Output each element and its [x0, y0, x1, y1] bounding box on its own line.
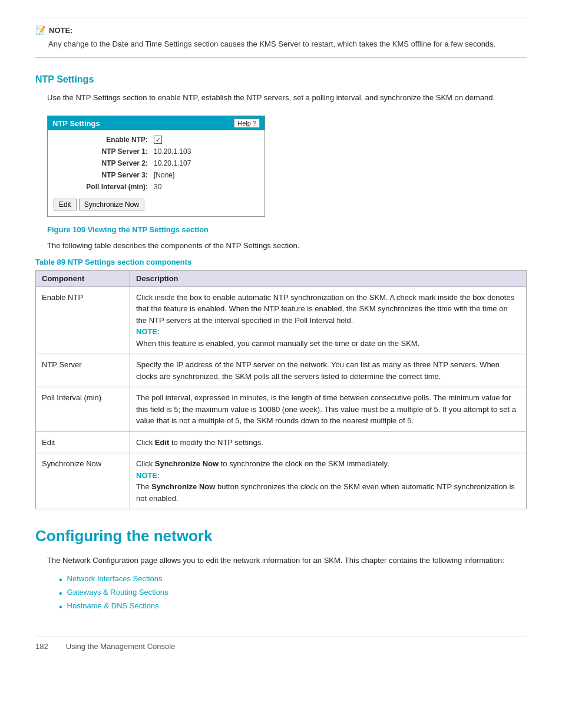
ntp-server3-row: NTP Server 3: [None] — [48, 169, 265, 181]
ntp-server3-label: NTP Server 3: — [54, 171, 148, 179]
ntp-widget-header: NTP Settings Help ? — [48, 116, 265, 130]
col-component: Component — [36, 270, 130, 286]
note-text: Any change to the Date and Time Settings… — [48, 38, 527, 50]
description-cell: Click Synchronize Now to synchronize the… — [130, 453, 527, 509]
ntp-widget-body: Enable NTP: ✓ NTP Server 1: 10.20.1.103 … — [48, 130, 265, 216]
component-cell: Enable NTP — [36, 286, 130, 354]
ntp-widget-title: NTP Settings — [52, 119, 100, 128]
description-cell: Specify the IP address of the NTP server… — [130, 354, 527, 387]
desc-text: Click Edit to modify the NTP settings. — [136, 438, 263, 447]
network-interfaces-link[interactable]: Network Interfaces Sections — [67, 574, 163, 583]
ntp-server2-label: NTP Server 2: — [54, 159, 148, 167]
ntp-poll-label: Poll Interval (min): — [54, 183, 148, 191]
ntp-enable-label: Enable NTP: — [54, 136, 148, 144]
list-item: • Network Interfaces Sections — [59, 574, 527, 585]
ntp-enable-row: Enable NTP: ✓ — [48, 134, 265, 146]
ntp-settings-intro: Use the NTP Settings section to enable N… — [47, 92, 527, 104]
note-label: 📝 NOTE: — [35, 25, 527, 35]
list-item: • Hostname & DNS Sections — [59, 601, 527, 612]
figure-caption: Figure 109 Viewing the NTP Settings sect… — [47, 225, 527, 234]
desc-text: The poll interval, expressed in minutes,… — [136, 393, 516, 425]
ntp-widget-buttons: Edit Synchronize Now — [48, 196, 265, 213]
ntp-server1-label: NTP Server 1: — [54, 147, 148, 156]
footer-text: Using the Management Console — [66, 642, 176, 651]
table-header-row: Component Description — [36, 270, 527, 286]
note-inline-text2: The Synchronize Now button synchronizes … — [136, 482, 515, 503]
table-row: Poll Interval (min) The poll interval, e… — [36, 387, 527, 432]
table-row: Edit Click Edit to modify the NTP settin… — [36, 431, 527, 453]
components-table: Component Description Enable NTP Click i… — [35, 270, 527, 510]
config-network-heading: Configuring the network — [35, 527, 527, 545]
component-cell: Synchronize Now — [36, 453, 130, 509]
desc-text: Specify the IP address of the NTP server… — [136, 360, 500, 381]
bullet-icon: • — [59, 601, 62, 612]
ntp-server1-value: 10.20.1.103 — [154, 147, 191, 156]
description-cell: The poll interval, expressed in minutes,… — [130, 387, 527, 432]
ntp-server2-value: 10.20.1.107 — [154, 159, 191, 167]
ntp-settings-widget: NTP Settings Help ? Enable NTP: ✓ NTP Se… — [47, 116, 265, 217]
ntp-poll-value: 30 — [154, 183, 161, 191]
note-icon: 📝 — [35, 25, 45, 35]
table-row: NTP Server Specify the IP address of the… — [36, 354, 527, 387]
ntp-server1-row: NTP Server 1: 10.20.1.103 — [48, 146, 265, 157]
ntp-enable-checkbox[interactable]: ✓ — [154, 136, 162, 144]
table-row: Synchronize Now Click Synchronize Now to… — [36, 453, 527, 509]
ntp-sync-button[interactable]: Synchronize Now — [79, 199, 144, 210]
hostname-dns-link[interactable]: Hostname & DNS Sections — [67, 601, 159, 610]
note-inline-label: NOTE: — [136, 327, 160, 336]
note-section: 📝 NOTE: Any change to the Date and Time … — [35, 18, 527, 58]
ntp-poll-row: Poll Interval (min): 30 — [48, 181, 265, 193]
ntp-server3-value: [None] — [154, 171, 174, 179]
ntp-settings-heading: NTP Settings — [35, 74, 527, 85]
component-cell: Edit — [36, 431, 130, 453]
table-intro: The following table describes the compon… — [47, 240, 527, 252]
ntp-edit-button[interactable]: Edit — [54, 199, 77, 210]
config-link-list: • Network Interfaces Sections • Gateways… — [59, 574, 527, 613]
desc-text: Click inside the box to enable automatic… — [136, 293, 514, 325]
bold-edit: Edit — [155, 438, 170, 447]
ntp-server2-row: NTP Server 2: 10.20.1.107 — [48, 157, 265, 169]
page-footer: 182 Using the Management Console — [35, 637, 527, 651]
table-row: Enable NTP Click inside the box to enabl… — [36, 286, 527, 354]
component-cell: NTP Server — [36, 354, 130, 387]
desc-text: Click Synchronize Now to synchronize the… — [136, 459, 389, 468]
description-cell: Click Edit to modify the NTP settings. — [130, 431, 527, 453]
col-description: Description — [130, 270, 527, 286]
bullet-icon: • — [59, 574, 62, 585]
description-cell: Click inside the box to enable automatic… — [130, 286, 527, 354]
config-network-intro: The Network Configuration page allows yo… — [47, 555, 527, 567]
table-heading: Table 89 NTP Settings section components — [35, 258, 527, 266]
note-inline-label2: NOTE: — [136, 471, 160, 480]
bullet-icon: • — [59, 588, 62, 599]
page-number: 182 — [35, 642, 48, 651]
note-inline-text: When this feature is enabled, you cannot… — [136, 339, 419, 348]
list-item: • Gateways & Routing Sections — [59, 588, 527, 599]
ntp-help-button[interactable]: Help ? — [234, 118, 260, 128]
note-heading: NOTE: — [49, 26, 72, 35]
component-cell: Poll Interval (min) — [36, 387, 130, 432]
bold-sync: Synchronize Now — [155, 459, 219, 468]
gateways-routing-link[interactable]: Gateways & Routing Sections — [67, 588, 168, 597]
bold-sync2: Synchronize Now — [151, 482, 215, 491]
